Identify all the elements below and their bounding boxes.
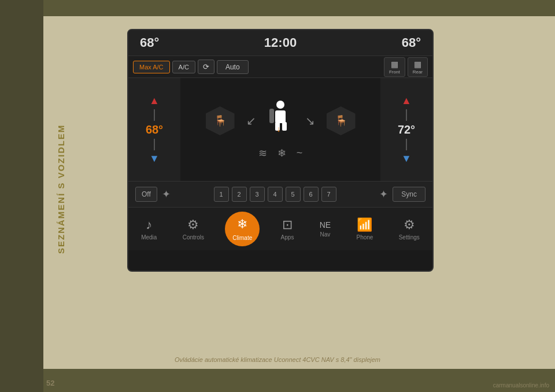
nav-label: Nav [320,231,331,238]
phone-label: Phone [356,234,373,241]
climate-main-area: ▲ 68° ▼ 🪑 ↙ [128,78,432,181]
driver-temp-control: ▲ 68° ▼ [128,78,180,181]
speed-2-button[interactable]: 2 [232,187,247,202]
page-number: 52 [46,379,54,387]
driver-temp-up-button[interactable]: ▲ [149,95,160,107]
infotainment-screen: 68° 12:00 68° Max A/C A/C ⟳ Auto ▦ Front… [127,29,434,272]
ac-controls-bar: Max A/C A/C ⟳ Auto ▦ Front ▦ Rear [128,56,432,78]
speed-buttons-group: 1 2 3 4 5 6 7 [175,187,375,202]
front-defrost-icon: ▦ [391,60,398,69]
max-ac-button[interactable]: Max A/C [133,61,170,73]
phone-icon: 📶 [357,217,372,232]
temp-line-top-right [406,109,407,121]
hex-bg-shape-right: 🪑 [327,106,356,135]
speed-1-button[interactable]: 1 [214,187,229,202]
rear-seat-left-icon: 🪑 [214,114,227,127]
passenger-temp-up-button[interactable]: ▲ [401,95,412,107]
controls-icon: ⚙ [187,217,199,232]
status-bar: 68° 12:00 68° [128,30,432,56]
passenger-temp-down-button[interactable]: ▼ [401,153,412,165]
temp-line-bottom [154,139,155,150]
rear-defrost-label: Rear [413,69,423,75]
speed-3-button[interactable]: 3 [250,187,265,202]
settings-icon: ⚙ [404,217,415,232]
defrost-buttons: ▦ Front ▦ Rear [384,57,428,77]
front-defrost-label: Front [389,69,400,75]
media-label: Media [141,234,157,241]
border-bottom [0,369,555,392]
hex-bg-shape: 🪑 [206,106,235,135]
svg-rect-4 [269,109,274,123]
nav-compass-icon: NE [320,220,331,230]
media-icon: ♪ [146,217,152,232]
climate-icon: ❄ [237,217,247,232]
airflow-left-icon: ↙ [246,114,256,128]
svg-point-0 [276,101,284,109]
rear-defrost-icon: ▦ [414,60,421,69]
passenger-temp-value: 72° [398,123,415,136]
recirculate-button[interactable]: ⟳ [198,60,214,74]
section-label: SEZNÁMENÍ S VOZIDLEM [56,138,66,254]
center-climate-area: 🪑 ↙ ↓ [180,78,380,181]
nav-nav[interactable]: NE Nav [315,217,335,241]
passenger-rear-right-seat[interactable]: 🪑 [324,103,358,138]
rear-seat-right-icon: 🪑 [335,114,347,127]
watermark: carmanualsonline.info [493,382,549,389]
airflow-right-icon: ↘ [305,114,315,128]
passenger-temp-control: ▲ 72° ▼ [380,78,432,181]
passenger-rear-left-seat[interactable]: 🪑 [203,103,238,138]
climate-label: Climate [232,235,252,241]
fan-low-icon: ✦ [162,188,171,201]
settings-label: Settings [399,234,420,241]
clock-display: 12:00 [264,35,297,50]
temp-line-bottom-right [406,139,407,150]
vent-direction-row: ≋ ❄ ~ [258,147,303,160]
temp-left-display: 68° [140,35,159,50]
temp-line-top [154,109,155,121]
nav-media[interactable]: ♪ Media [136,215,161,243]
driver-figure-svg: ↓ [265,100,297,135]
sync-button[interactable]: Sync [393,187,426,202]
auto-button[interactable]: Auto [217,60,249,74]
nav-apps[interactable]: ⊡ Apps [276,215,299,243]
rear-defrost-button[interactable]: ▦ Rear [408,57,428,77]
temp-right-display: 68° [402,35,421,50]
fan-speed-bar: Off ✦ 1 2 3 4 5 6 7 ✦ Sync [128,181,432,207]
driver-seat-icon: ↓ [265,100,297,142]
vent-body-icon[interactable]: ❄ [278,147,286,160]
nav-controls[interactable]: ⚙ Controls [178,215,209,243]
driver-temp-down-button[interactable]: ▼ [149,153,160,165]
controls-label: Controls [183,234,204,241]
svg-text:↓: ↓ [276,124,280,134]
nav-phone[interactable]: 📶 Phone [352,215,378,243]
border-top [0,0,555,16]
apps-label: Apps [281,234,294,241]
driver-temp-value: 68° [146,123,163,136]
speed-7-button[interactable]: 7 [321,187,336,202]
vent-feet-icon[interactable]: ~ [297,147,303,160]
svg-rect-3 [282,122,287,131]
apps-icon: ⊡ [282,217,293,232]
svg-rect-1 [275,110,286,123]
ac-button[interactable]: A/C [172,61,195,73]
seat-icons-row: 🪑 ↙ ↓ [180,100,380,142]
speed-5-button[interactable]: 5 [286,187,301,202]
fan-off-button[interactable]: Off [135,187,157,202]
speed-4-button[interactable]: 4 [268,187,283,202]
front-defrost-button[interactable]: ▦ Front [384,57,405,77]
caption-text: Ovládácie automatické klimatizace Uconne… [175,356,380,363]
navigation-bar: ♪ Media ⚙ Controls ❄ Climate ⊡ Apps NE N… [128,207,432,250]
nav-settings[interactable]: ⚙ Settings [394,215,424,243]
fan-high-icon: ✦ [379,188,388,201]
nav-climate[interactable]: ❄ Climate [225,212,260,246]
speed-6-button[interactable]: 6 [304,187,319,202]
vent-seat-heat-icon[interactable]: ≋ [258,147,267,160]
border-left [0,0,43,392]
